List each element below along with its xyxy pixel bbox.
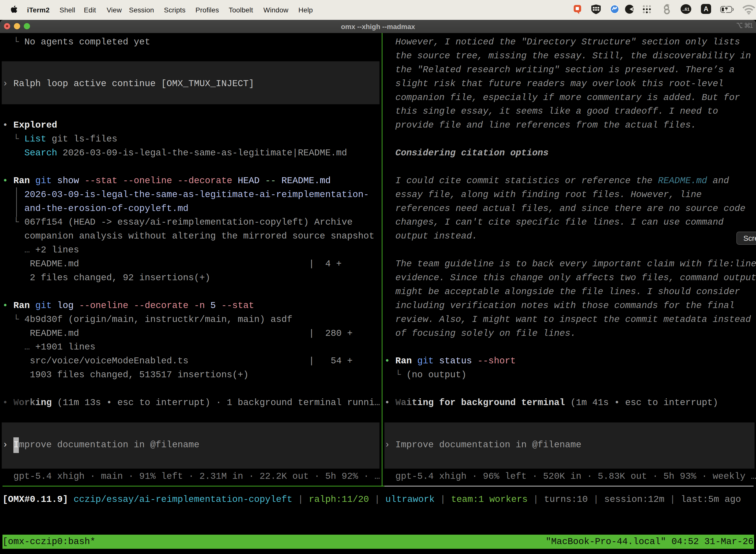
- svg-text:1: 1: [750, 22, 753, 29]
